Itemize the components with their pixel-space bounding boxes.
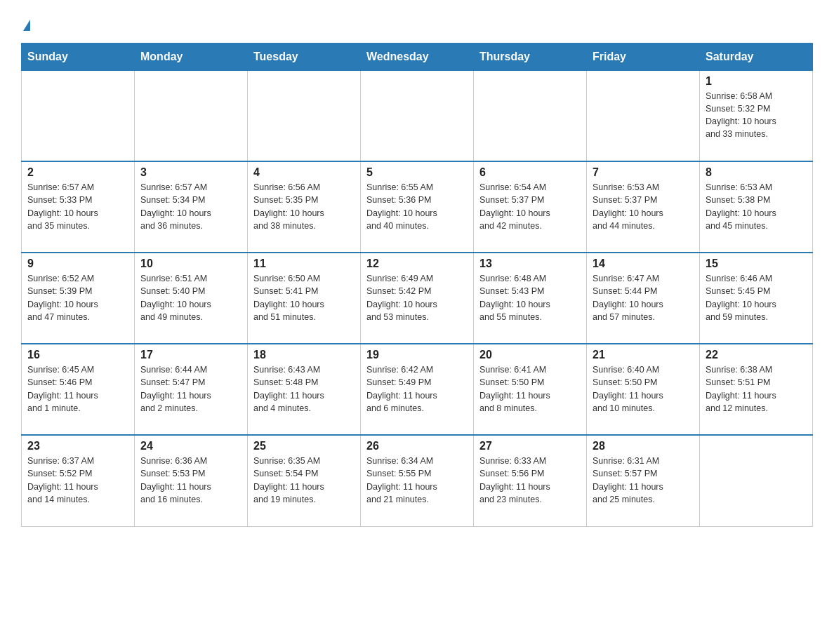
day-number: 28 bbox=[593, 440, 694, 452]
calendar-week-row: 1Sunrise: 6:58 AM Sunset: 5:32 PM Daylig… bbox=[22, 70, 813, 161]
day-info: Sunrise: 6:35 AM Sunset: 5:54 PM Dayligh… bbox=[253, 455, 355, 506]
calendar-week-row: 9Sunrise: 6:52 AM Sunset: 5:39 PM Daylig… bbox=[22, 253, 813, 344]
day-number: 6 bbox=[479, 166, 581, 179]
day-number: 18 bbox=[253, 349, 355, 361]
calendar-cell bbox=[135, 70, 248, 161]
page-header bbox=[21, 14, 813, 36]
day-number: 3 bbox=[140, 166, 241, 179]
calendar-cell: 14Sunrise: 6:47 AM Sunset: 5:44 PM Dayli… bbox=[587, 253, 700, 344]
calendar-cell: 17Sunrise: 6:44 AM Sunset: 5:47 PM Dayli… bbox=[135, 344, 248, 435]
day-number: 25 bbox=[253, 440, 355, 452]
calendar-cell: 24Sunrise: 6:36 AM Sunset: 5:53 PM Dayli… bbox=[135, 435, 248, 526]
day-info: Sunrise: 6:37 AM Sunset: 5:52 PM Dayligh… bbox=[27, 455, 128, 506]
day-header-wednesday: Wednesday bbox=[361, 43, 474, 70]
day-info: Sunrise: 6:58 AM Sunset: 5:32 PM Dayligh… bbox=[706, 90, 807, 141]
day-header-thursday: Thursday bbox=[474, 43, 587, 70]
calendar-cell: 22Sunrise: 6:38 AM Sunset: 5:51 PM Dayli… bbox=[700, 344, 813, 435]
calendar-cell bbox=[700, 435, 813, 526]
calendar-cell: 7Sunrise: 6:53 AM Sunset: 5:37 PM Daylig… bbox=[587, 161, 700, 253]
day-number: 11 bbox=[253, 257, 355, 270]
day-info: Sunrise: 6:42 AM Sunset: 5:49 PM Dayligh… bbox=[366, 363, 468, 415]
calendar-cell: 9Sunrise: 6:52 AM Sunset: 5:39 PM Daylig… bbox=[22, 253, 135, 344]
day-number: 17 bbox=[140, 349, 241, 361]
day-number: 20 bbox=[479, 349, 581, 361]
calendar-cell: 12Sunrise: 6:49 AM Sunset: 5:42 PM Dayli… bbox=[361, 253, 474, 344]
calendar-cell: 13Sunrise: 6:48 AM Sunset: 5:43 PM Dayli… bbox=[474, 253, 587, 344]
day-header-sunday: Sunday bbox=[22, 43, 135, 70]
calendar-cell: 1Sunrise: 6:58 AM Sunset: 5:32 PM Daylig… bbox=[700, 70, 813, 161]
day-info: Sunrise: 6:55 AM Sunset: 5:36 PM Dayligh… bbox=[366, 181, 468, 232]
calendar-cell: 10Sunrise: 6:51 AM Sunset: 5:40 PM Dayli… bbox=[135, 253, 248, 344]
calendar-cell: 28Sunrise: 6:31 AM Sunset: 5:57 PM Dayli… bbox=[587, 435, 700, 526]
day-number: 1 bbox=[706, 75, 807, 88]
day-info: Sunrise: 6:56 AM Sunset: 5:35 PM Dayligh… bbox=[253, 181, 355, 232]
day-info: Sunrise: 6:57 AM Sunset: 5:33 PM Dayligh… bbox=[27, 181, 128, 232]
calendar-cell bbox=[474, 70, 587, 161]
day-info: Sunrise: 6:48 AM Sunset: 5:43 PM Dayligh… bbox=[479, 272, 581, 323]
calendar-cell: 5Sunrise: 6:55 AM Sunset: 5:36 PM Daylig… bbox=[361, 161, 474, 253]
calendar-cell: 20Sunrise: 6:41 AM Sunset: 5:50 PM Dayli… bbox=[474, 344, 587, 435]
calendar-cell: 11Sunrise: 6:50 AM Sunset: 5:41 PM Dayli… bbox=[248, 253, 361, 344]
day-info: Sunrise: 6:41 AM Sunset: 5:50 PM Dayligh… bbox=[479, 363, 581, 415]
calendar-cell: 26Sunrise: 6:34 AM Sunset: 5:55 PM Dayli… bbox=[361, 435, 474, 526]
day-info: Sunrise: 6:44 AM Sunset: 5:47 PM Dayligh… bbox=[140, 363, 241, 415]
day-header-tuesday: Tuesday bbox=[248, 43, 361, 70]
day-info: Sunrise: 6:54 AM Sunset: 5:37 PM Dayligh… bbox=[479, 181, 581, 232]
calendar-cell: 16Sunrise: 6:45 AM Sunset: 5:46 PM Dayli… bbox=[22, 344, 135, 435]
day-number: 22 bbox=[706, 349, 807, 361]
day-number: 9 bbox=[27, 257, 128, 270]
day-info: Sunrise: 6:33 AM Sunset: 5:56 PM Dayligh… bbox=[479, 455, 581, 506]
day-info: Sunrise: 6:36 AM Sunset: 5:53 PM Dayligh… bbox=[140, 455, 241, 506]
day-info: Sunrise: 6:43 AM Sunset: 5:48 PM Dayligh… bbox=[253, 363, 355, 415]
calendar-cell: 25Sunrise: 6:35 AM Sunset: 5:54 PM Dayli… bbox=[248, 435, 361, 526]
day-header-friday: Friday bbox=[587, 43, 700, 70]
calendar-cell bbox=[587, 70, 700, 161]
day-number: 24 bbox=[140, 440, 241, 452]
calendar-week-row: 23Sunrise: 6:37 AM Sunset: 5:52 PM Dayli… bbox=[22, 435, 813, 526]
day-info: Sunrise: 6:34 AM Sunset: 5:55 PM Dayligh… bbox=[366, 455, 468, 506]
day-info: Sunrise: 6:46 AM Sunset: 5:45 PM Dayligh… bbox=[706, 272, 807, 323]
calendar-cell: 27Sunrise: 6:33 AM Sunset: 5:56 PM Dayli… bbox=[474, 435, 587, 526]
day-header-monday: Monday bbox=[135, 43, 248, 70]
day-info: Sunrise: 6:40 AM Sunset: 5:50 PM Dayligh… bbox=[593, 363, 694, 415]
logo-triangle-icon bbox=[23, 20, 30, 31]
calendar-cell bbox=[361, 70, 474, 161]
logo-top bbox=[21, 14, 30, 36]
day-info: Sunrise: 6:50 AM Sunset: 5:41 PM Dayligh… bbox=[253, 272, 355, 323]
calendar-table: SundayMondayTuesdayWednesdayThursdayFrid… bbox=[21, 43, 813, 527]
calendar-cell: 19Sunrise: 6:42 AM Sunset: 5:49 PM Dayli… bbox=[361, 344, 474, 435]
day-number: 10 bbox=[140, 257, 241, 270]
day-number: 14 bbox=[593, 257, 694, 270]
day-number: 26 bbox=[366, 440, 468, 452]
day-number: 19 bbox=[366, 349, 468, 361]
calendar-cell: 15Sunrise: 6:46 AM Sunset: 5:45 PM Dayli… bbox=[700, 253, 813, 344]
day-number: 15 bbox=[706, 257, 807, 270]
calendar-cell: 6Sunrise: 6:54 AM Sunset: 5:37 PM Daylig… bbox=[474, 161, 587, 253]
day-info: Sunrise: 6:57 AM Sunset: 5:34 PM Dayligh… bbox=[140, 181, 241, 232]
calendar-cell: 4Sunrise: 6:56 AM Sunset: 5:35 PM Daylig… bbox=[248, 161, 361, 253]
day-info: Sunrise: 6:49 AM Sunset: 5:42 PM Dayligh… bbox=[366, 272, 468, 323]
day-number: 12 bbox=[366, 257, 468, 270]
day-header-saturday: Saturday bbox=[700, 43, 813, 70]
day-number: 2 bbox=[27, 166, 128, 179]
calendar-week-row: 16Sunrise: 6:45 AM Sunset: 5:46 PM Dayli… bbox=[22, 344, 813, 435]
day-number: 21 bbox=[593, 349, 694, 361]
calendar-cell bbox=[22, 70, 135, 161]
day-number: 7 bbox=[593, 166, 694, 179]
logo bbox=[21, 14, 30, 36]
calendar-cell: 2Sunrise: 6:57 AM Sunset: 5:33 PM Daylig… bbox=[22, 161, 135, 253]
day-number: 8 bbox=[706, 166, 807, 179]
day-info: Sunrise: 6:52 AM Sunset: 5:39 PM Dayligh… bbox=[27, 272, 128, 323]
calendar-cell: 21Sunrise: 6:40 AM Sunset: 5:50 PM Dayli… bbox=[587, 344, 700, 435]
calendar-cell: 18Sunrise: 6:43 AM Sunset: 5:48 PM Dayli… bbox=[248, 344, 361, 435]
calendar-cell: 3Sunrise: 6:57 AM Sunset: 5:34 PM Daylig… bbox=[135, 161, 248, 253]
calendar-cell: 8Sunrise: 6:53 AM Sunset: 5:38 PM Daylig… bbox=[700, 161, 813, 253]
day-number: 4 bbox=[253, 166, 355, 179]
calendar-week-row: 2Sunrise: 6:57 AM Sunset: 5:33 PM Daylig… bbox=[22, 161, 813, 253]
day-info: Sunrise: 6:53 AM Sunset: 5:38 PM Dayligh… bbox=[706, 181, 807, 232]
day-number: 23 bbox=[27, 440, 128, 452]
calendar-cell: 23Sunrise: 6:37 AM Sunset: 5:52 PM Dayli… bbox=[22, 435, 135, 526]
day-info: Sunrise: 6:53 AM Sunset: 5:37 PM Dayligh… bbox=[593, 181, 694, 232]
day-number: 27 bbox=[479, 440, 581, 452]
day-info: Sunrise: 6:51 AM Sunset: 5:40 PM Dayligh… bbox=[140, 272, 241, 323]
